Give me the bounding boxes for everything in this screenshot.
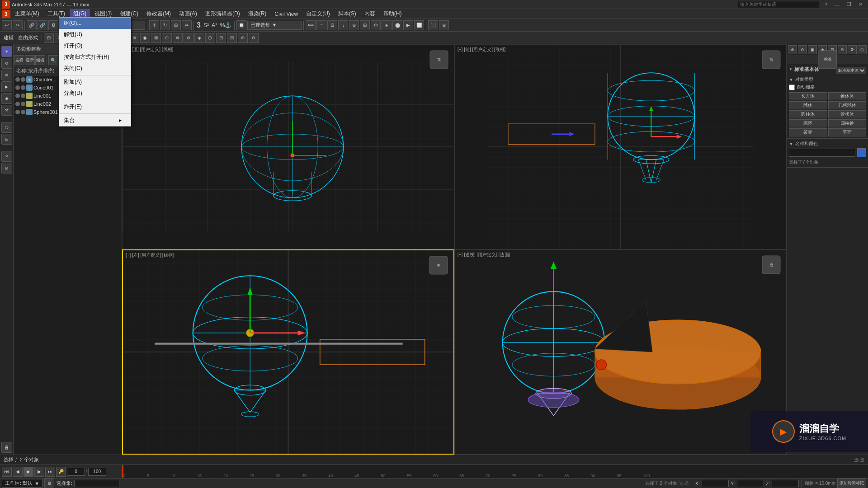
menu-animation[interactable]: 动画(A) — [175, 9, 201, 19]
sidebar-motion-button[interactable]: ▶ — [1, 81, 12, 92]
restore-button[interactable]: ❐ — [845, 1, 853, 7]
schematic-view-button[interactable]: ⚙ — [371, 20, 381, 30]
fill-button[interactable]: ⊟ — [44, 33, 54, 43]
total-frames-display[interactable]: 100 — [88, 468, 106, 476]
ctx-open-item[interactable]: 打开(O) — [59, 40, 131, 52]
nav-cube-top[interactable]: 顶 — [428, 48, 450, 71]
obj-teapot-button[interactable]: 茶壶 — [789, 128, 827, 136]
render-frame-button[interactable]: ⬛ — [428, 20, 438, 30]
ctx-close-item[interactable]: 关闭(C) — [59, 63, 131, 74]
t2-btn14[interactable]: ⊞ — [227, 33, 237, 43]
menu-3ds-logo[interactable]: 3 — [2, 10, 10, 18]
sidebar-layer-button[interactable]: ⊟ — [1, 134, 12, 145]
play-button[interactable]: ⏮ — [2, 467, 12, 477]
obj-torus-button[interactable]: 圆环 — [789, 119, 827, 127]
sidebar-lock-button[interactable]: 🔒 — [1, 442, 12, 453]
menu-content[interactable]: 内容 — [361, 9, 379, 19]
rt-btn-1[interactable]: ⊕ — [788, 45, 797, 54]
scene-search-button[interactable]: 🔍 — [48, 55, 58, 65]
menu-main[interactable]: 主菜单(M) — [11, 9, 43, 19]
ctx-open-recursive-item[interactable]: 按递归方式打开(R) — [59, 52, 131, 63]
sidebar-xref-button[interactable]: ⊠ — [1, 163, 12, 174]
redo-button[interactable]: ↪ — [13, 20, 23, 30]
scale-button[interactable]: ⊞ — [171, 20, 181, 30]
rt-btn-3[interactable]: ▣ — [808, 45, 817, 54]
align-normal-button[interactable]: ⫶ — [338, 20, 348, 30]
ctx-attach-item[interactable]: 附加(A) — [59, 76, 131, 88]
sidebar-create-button[interactable]: ✦ — [1, 46, 12, 57]
sidebar-scene-explorer-button[interactable]: ⬡ — [1, 122, 12, 133]
ctx-group-item[interactable]: 组(G)... — [59, 18, 131, 29]
menu-customize[interactable]: 自定义(U) — [302, 9, 334, 19]
move-button[interactable]: ✛ — [149, 20, 159, 30]
align-view-button[interactable]: ⊟ — [327, 20, 337, 30]
render-scene-button[interactable]: ⬤ — [392, 20, 402, 30]
quick-render-button[interactable]: ▶ — [403, 20, 413, 30]
time-slider[interactable]: 0 5 10 15 20 25 30 35 40 45 50 55 60 65 … — [122, 465, 868, 478]
workspace-settings-button[interactable]: ⚙ — [44, 479, 54, 488]
scene-select-tab[interactable]: 选择 — [14, 55, 24, 65]
minimize-button[interactable]: — — [833, 2, 841, 7]
sidebar-display-button[interactable]: ◉ — [1, 93, 12, 104]
angle-snap-toggle[interactable]: A° — [211, 22, 218, 28]
undo-button[interactable]: ↩ — [2, 20, 12, 30]
t2-btn10[interactable]: ⊘ — [184, 33, 193, 43]
t2-btn7[interactable]: ⊠ — [151, 33, 161, 43]
viewport-left[interactable]: [+] [左] [用户定义] [线框] 左 — [122, 249, 454, 455]
select-object-button[interactable]: 🔗 — [27, 20, 37, 30]
ctx-ungroup-item[interactable]: 解组(U) — [59, 29, 131, 40]
object-name-input[interactable] — [789, 149, 855, 157]
rt-btn-7[interactable]: ⚙ — [848, 45, 857, 54]
layer-manager-button[interactable]: ⊕ — [349, 20, 359, 30]
edit-named-sel[interactable]: 🔲 — [236, 20, 246, 30]
menu-render[interactable]: 渲染(R) — [245, 9, 270, 19]
nav-cube-left[interactable]: 左 — [427, 254, 450, 277]
help-button[interactable]: ? — [823, 2, 829, 7]
last-frame-button[interactable]: ⏭ — [45, 467, 55, 477]
active-shade-button[interactable]: ⬜ — [414, 20, 424, 30]
menu-modifier[interactable]: 修改器(M) — [143, 9, 175, 19]
y-input[interactable] — [737, 480, 764, 487]
mirror-button-2[interactable]: ⟺ — [306, 20, 316, 30]
ctx-assembly-item[interactable]: 集合 ▶ — [59, 115, 131, 126]
obj-geosphere-button[interactable]: 几何球体 — [828, 101, 867, 109]
obj-plane-button[interactable]: 平面 — [828, 128, 867, 136]
snap-toggle[interactable]: S³ — [203, 22, 210, 28]
prev-frame-button[interactable]: ◀ — [13, 467, 23, 477]
selection-set-input[interactable] — [74, 480, 119, 487]
track-view-button[interactable]: ⊞ — [360, 20, 370, 30]
obj-sphere-button[interactable]: 球体 — [789, 101, 827, 109]
align-button[interactable]: ≡ — [316, 20, 326, 30]
ctx-detach-item[interactable]: 分离(D) — [59, 88, 131, 99]
z-input[interactable] — [772, 480, 799, 487]
ctx-explode-item[interactable]: 炸开(E) — [59, 101, 131, 113]
x-input[interactable] — [702, 480, 729, 487]
close-button[interactable]: ✕ — [857, 1, 864, 7]
t2-btn12[interactable]: ⬡ — [205, 33, 215, 43]
menu-script[interactable]: 脚本(S) — [335, 9, 360, 19]
menu-help[interactable]: 帮助(H) — [380, 9, 406, 19]
menu-graph-editor[interactable]: 图形编辑器(D) — [202, 9, 244, 19]
scene-edit-tab[interactable]: 编辑 — [35, 55, 45, 65]
rotate-button[interactable]: ↻ — [160, 20, 170, 30]
obj-pyramid-button[interactable]: 四棱锥 — [828, 119, 867, 127]
sidebar-modify-button[interactable]: ⚙ — [1, 58, 12, 69]
auto-grid-checkbox[interactable] — [789, 84, 795, 90]
viewport-front[interactable]: [+] [前] [用户定义] [线框] 前 — [454, 44, 787, 249]
search-input[interactable] — [738, 1, 819, 8]
obj-cylinder-button[interactable]: 圆柱体 — [789, 110, 827, 118]
t2-btn9[interactable]: ⊗ — [173, 33, 183, 43]
t2-btn6[interactable]: ◉ — [140, 33, 150, 43]
sidebar-hierarchy-button[interactable]: ⊛ — [1, 70, 12, 80]
t2-btn15[interactable]: ⊕ — [238, 33, 248, 43]
t2-btn8[interactable]: ⊙ — [162, 33, 172, 43]
standard-type-select[interactable]: 标准基本体 — [836, 67, 866, 74]
viewport-perspective[interactable]: [+] [透视] [用户定义] [边面] 透 — [454, 249, 787, 455]
obj-tube-button[interactable]: 管状体 — [828, 110, 867, 118]
t2-btn11[interactable]: ◈ — [194, 33, 204, 43]
current-frame-display[interactable]: 0 — [67, 468, 85, 476]
next-frame-button[interactable]: ▶ — [34, 467, 44, 477]
named-selection-dropdown[interactable]: 已建选集 ▼ — [247, 21, 302, 30]
rt-btn-6[interactable]: ⊛ — [838, 45, 847, 54]
t2-btn16[interactable]: ⊖ — [249, 33, 259, 43]
